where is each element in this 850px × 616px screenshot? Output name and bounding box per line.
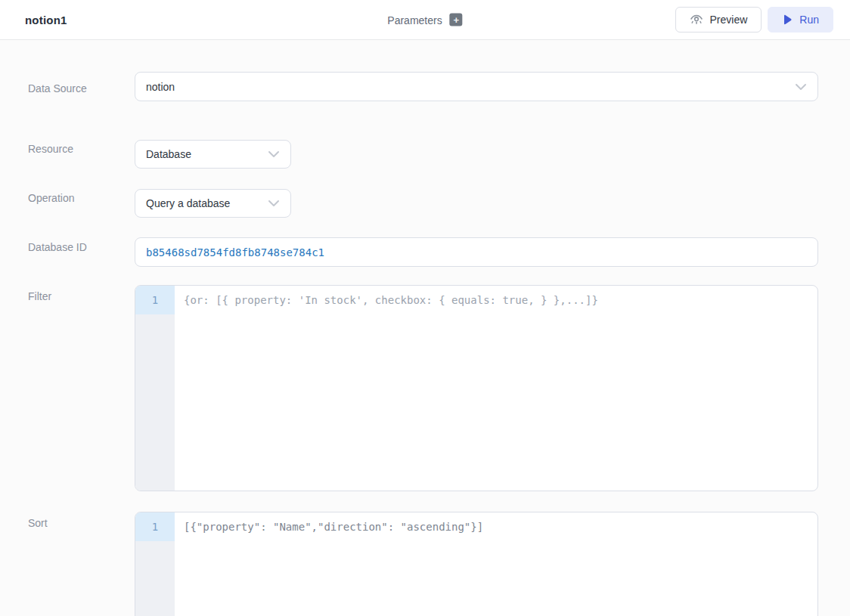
preview-button-label: Preview — [710, 14, 748, 26]
top-bar: notion1 Parameters + Preview — [0, 0, 850, 40]
line-number: 1 — [135, 286, 175, 314]
resource-select[interactable]: Database — [135, 140, 291, 169]
filter-line-gutter: 1 — [135, 286, 175, 491]
parameters-label: Parameters — [387, 14, 442, 26]
add-parameter-button[interactable]: + — [450, 14, 463, 26]
operation-value: Query a database — [146, 197, 230, 209]
operation-label: Operation — [28, 192, 74, 204]
filter-code-editor[interactable]: 1 {or: [{ property: 'In stock', checkbox… — [135, 285, 818, 491]
filter-code-content[interactable]: {or: [{ property: 'In stock', checkbox: … — [175, 286, 817, 491]
filter-label: Filter — [28, 290, 51, 302]
filter-placeholder-text: {or: [{ property: 'In stock', checkbox: … — [184, 293, 808, 307]
node-title: notion1 — [25, 14, 67, 26]
line-number: 1 — [135, 512, 175, 541]
database-id-value: b85468sd7854fd8fb8748se784c1 — [146, 246, 324, 258]
chevron-down-icon — [268, 200, 280, 207]
sort-code-editor[interactable]: 1 [{"property": "Name","direction": "asc… — [135, 512, 818, 616]
chevron-down-icon — [795, 83, 807, 91]
database-id-label: Database ID — [28, 241, 87, 253]
run-button[interactable]: Run — [768, 7, 833, 33]
sort-line-gutter: 1 — [135, 512, 175, 616]
data-source-label: Data Source — [28, 82, 87, 94]
data-source-value: notion — [146, 81, 175, 93]
run-button-label: Run — [799, 14, 819, 26]
sort-value-text: [{"property": "Name","direction": "ascen… — [184, 520, 808, 534]
resource-label: Resource — [28, 143, 73, 155]
play-icon — [782, 14, 793, 25]
data-source-select[interactable]: notion — [135, 72, 818, 101]
database-id-input[interactable]: b85468sd7854fd8fb8748se784c1 — [135, 237, 818, 267]
sort-code-content[interactable]: [{"property": "Name","direction": "ascen… — [175, 512, 817, 616]
parameters-header: Parameters + — [387, 14, 462, 26]
resource-value: Database — [146, 148, 191, 160]
topbar-actions: Preview Run — [675, 7, 833, 33]
operation-select[interactable]: Query a database — [135, 189, 291, 218]
sort-label: Sort — [28, 517, 48, 529]
eye-icon — [690, 14, 703, 26]
plus-icon: + — [453, 14, 459, 26]
chevron-down-icon — [268, 150, 280, 158]
preview-button[interactable]: Preview — [675, 7, 762, 33]
